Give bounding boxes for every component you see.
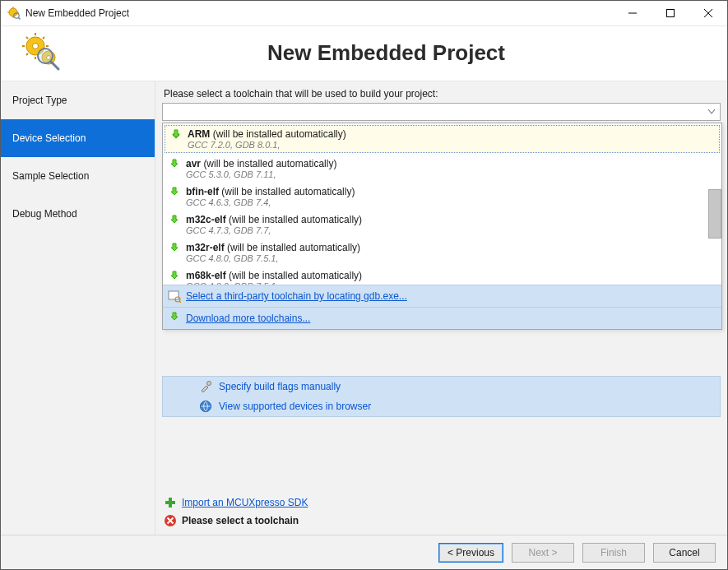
svg-point-16	[207, 382, 211, 386]
toolchain-note: (will be installed automatically)	[203, 158, 336, 169]
download-icon	[168, 187, 181, 200]
toolchain-name: avr	[186, 158, 201, 169]
browse-icon	[168, 290, 181, 303]
toolchain-combo[interactable]	[162, 103, 721, 121]
toolchain-versions: GCC 4.6.3, GDB 7.4,	[186, 197, 355, 207]
warning-row: Please select a toolchain	[164, 512, 719, 530]
plus-icon	[164, 496, 177, 509]
specify-flags-link: Specify build flags manually	[219, 381, 341, 392]
svg-line-12	[51, 62, 58, 69]
toolchain-versions: GCC 4.8.0, GDB 7.5.1,	[186, 281, 362, 285]
sidebar-item-project-type[interactable]: Project Type	[1, 81, 155, 119]
app-icon	[7, 7, 21, 20]
toolchain-note: (will be installed automatically)	[221, 186, 355, 197]
toolchain-name: bfin-elf	[186, 186, 219, 197]
window-title: New Embedded Project	[26, 7, 129, 19]
page-title: New Embedded Project	[62, 40, 711, 66]
svg-line-2	[18, 17, 20, 19]
wizard-sidebar: Project Type Device Selection Sample Sel…	[1, 81, 155, 535]
toolchain-name: m32r-elf	[186, 242, 225, 253]
minimize-button[interactable]	[614, 1, 651, 25]
toolchain-versions: GCC 4.7.3, GDB 7.7,	[186, 225, 362, 235]
third-party-link[interactable]: Select a third-party toolchain by locati…	[186, 290, 407, 302]
next-button[interactable]: Next >	[512, 543, 574, 563]
toolchain-name: m32c-elf	[186, 214, 226, 225]
cancel-button[interactable]: Cancel	[653, 543, 716, 563]
toolchain-note: (will be installed automatically)	[229, 270, 362, 281]
toolchain-name: ARM	[188, 128, 210, 140]
close-button[interactable]	[689, 1, 727, 25]
toolchain-note: (will be installed automatically)	[229, 214, 362, 225]
svg-rect-4	[667, 10, 675, 17]
gears-search-icon	[22, 33, 62, 72]
svg-point-0	[9, 8, 17, 16]
view-browser-row[interactable]: View supported devices in browser	[163, 396, 720, 416]
wizard-content: Please select a toolchain that will be u…	[155, 81, 727, 535]
toolchain-item-m32c-elf[interactable]: m32c-elf (will be installed automaticall…	[163, 211, 721, 239]
view-browser-link: View supported devices in browser	[219, 401, 371, 412]
wizard-body: Project Type Device Selection Sample Sel…	[1, 81, 727, 535]
import-sdk-link[interactable]: Import an MCUXpresso SDK	[182, 497, 308, 508]
titlebar: New Embedded Project	[1, 1, 727, 26]
wizard-window: New Embedded Project New Embedded Projec…	[0, 0, 728, 570]
third-party-toolchain-row[interactable]: Select a third-party toolchain by locati…	[163, 285, 721, 307]
warning-text: Please select a toolchain	[182, 515, 299, 526]
previous-button[interactable]: < Previous	[438, 543, 503, 563]
download-more-link[interactable]: Download more toolchains...	[186, 313, 310, 324]
svg-rect-13	[169, 291, 179, 299]
wizard-header: New Embedded Project	[1, 26, 727, 81]
toolchain-note: (will be installed automatically)	[213, 128, 346, 140]
finish-button[interactable]: Finish	[582, 543, 645, 563]
svg-point-8	[33, 44, 39, 49]
toolchain-item-bfin-elf[interactable]: bfin-elf (will be installed automaticall…	[163, 183, 721, 211]
suggestion-box: Specify build flags manually View suppor…	[162, 376, 721, 417]
toolchain-item-m68k-elf[interactable]: m68k-elf (will be installed automaticall…	[163, 266, 721, 285]
toolchain-versions: GCC 4.8.0, GDB 7.5.1,	[186, 253, 360, 263]
error-icon	[164, 514, 177, 527]
window-controls	[614, 1, 727, 25]
toolchain-dropdown: ARM (will be installed automatically) GC…	[162, 123, 722, 330]
download-icon	[168, 159, 181, 172]
chevron-down-icon	[705, 105, 718, 118]
download-icon	[168, 312, 181, 325]
toolchain-item-avr[interactable]: avr (will be installed automatically) GC…	[163, 155, 721, 183]
wizard-footer: < Previous Next > Finish Cancel	[1, 535, 727, 569]
scrollbar-thumb[interactable]	[708, 189, 721, 239]
specify-flags-row[interactable]: Specify build flags manually	[163, 377, 720, 396]
globe-icon	[199, 400, 212, 413]
toolchain-versions: GCC 7.2.0, GDB 8.0.1,	[188, 140, 346, 150]
download-icon	[168, 215, 181, 228]
maximize-button[interactable]	[651, 1, 689, 25]
svg-rect-19	[165, 501, 175, 504]
dropdown-footer: Select a third-party toolchain by locati…	[163, 285, 721, 329]
sidebar-item-device-selection[interactable]: Device Selection	[1, 119, 155, 157]
bottom-info: Import an MCUXpresso SDK Please select a…	[162, 489, 721, 535]
download-more-row[interactable]: Download more toolchains...	[163, 307, 721, 329]
wrench-icon	[199, 380, 212, 393]
toolchain-prompt: Please select a toolchain that will be u…	[164, 88, 721, 100]
download-icon	[169, 129, 183, 142]
sidebar-item-debug-method[interactable]: Debug Method	[1, 195, 155, 233]
toolchain-note: (will be installed automatically)	[227, 242, 360, 253]
import-sdk-row[interactable]: Import an MCUXpresso SDK	[164, 494, 719, 512]
toolchain-versions: GCC 5.3.0, GDB 7.11,	[186, 169, 336, 179]
download-icon	[168, 243, 181, 256]
toolchain-item-m32r-elf[interactable]: m32r-elf (will be installed automaticall…	[163, 239, 721, 266]
sidebar-item-sample-selection[interactable]: Sample Selection	[1, 157, 155, 195]
toolchain-name: m68k-elf	[186, 270, 226, 281]
svg-line-15	[179, 301, 181, 303]
toolchain-item-arm[interactable]: ARM (will be installed automatically) GC…	[165, 125, 720, 153]
download-icon	[168, 271, 181, 284]
